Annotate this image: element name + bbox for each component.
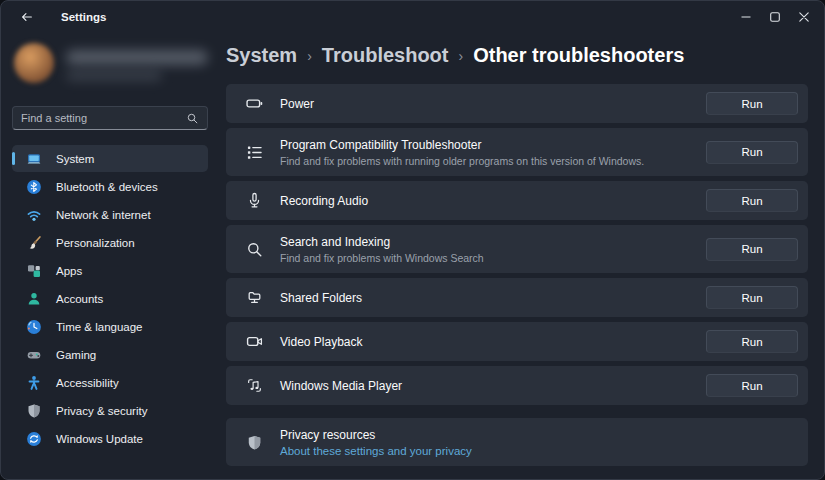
troubleshooter-row-power: Power Run	[226, 84, 808, 123]
apps-icon	[26, 263, 42, 279]
troubleshooter-title: Search and Indexing	[280, 235, 484, 249]
sidebar-item-accessibility[interactable]: Accessibility	[12, 369, 208, 396]
time-icon	[26, 319, 42, 335]
privacy-resources-title: Privacy resources	[280, 428, 472, 442]
sidebar-item-label: Gaming	[56, 349, 96, 361]
sidebar-item-label: System	[56, 153, 94, 165]
privacy-icon	[26, 403, 42, 419]
search-input[interactable]	[21, 112, 186, 124]
user-profile	[12, 39, 208, 97]
run-button[interactable]: Run	[706, 238, 798, 261]
main-content: System›Troubleshoot›Other troubleshooter…	[226, 33, 808, 471]
sidebar-item-time-language[interactable]: Time & language	[12, 313, 208, 340]
sidebar-nav: System Bluetooth & devices Network & int…	[12, 145, 208, 452]
shield-icon	[243, 434, 265, 451]
close-icon	[799, 12, 809, 22]
accounts-icon	[26, 291, 42, 307]
sidebar: System Bluetooth & devices Network & int…	[1, 33, 219, 479]
search-icon	[186, 112, 199, 125]
troubleshooter-row-shared-folders: Shared Folders Run	[226, 278, 808, 317]
avatar	[14, 43, 54, 83]
personalization-icon	[26, 235, 42, 251]
breadcrumb: System›Troubleshoot›Other troubleshooter…	[226, 40, 808, 70]
troubleshooter-title: Shared Folders	[280, 291, 362, 305]
titlebar: Settings	[1, 1, 824, 33]
troubleshooter-list: Power Run Program Compatibility Troubles…	[226, 84, 808, 405]
run-button[interactable]: Run	[706, 92, 798, 115]
minimize-button[interactable]	[731, 2, 760, 32]
shared-folders-icon	[243, 289, 265, 306]
sidebar-item-network-internet[interactable]: Network & internet	[12, 201, 208, 228]
sidebar-item-system[interactable]: System	[12, 145, 208, 172]
back-button[interactable]	[9, 3, 45, 31]
search-box[interactable]	[12, 106, 208, 130]
troubleshooter-subtitle: Find and fix problems with running older…	[280, 155, 644, 167]
sidebar-item-label: Bluetooth & devices	[56, 181, 158, 193]
run-button[interactable]: Run	[706, 330, 798, 353]
run-button[interactable]: Run	[706, 374, 798, 397]
minimize-icon	[741, 12, 751, 22]
back-arrow-icon	[20, 10, 34, 24]
sidebar-item-label: Time & language	[56, 321, 143, 333]
breadcrumb-chevron-icon: ›	[307, 48, 312, 64]
window-title: Settings	[61, 11, 106, 23]
update-icon	[26, 431, 42, 447]
breadcrumb-system[interactable]: System	[226, 44, 297, 67]
troubleshooter-row-video-playback: Video Playback Run	[226, 322, 808, 361]
maximize-button[interactable]	[760, 2, 789, 32]
troubleshooter-row-recording-audio: Recording Audio Run	[226, 181, 808, 220]
settings-window: Settings System Bluetooth & devices Netw…	[0, 0, 825, 480]
sidebar-item-label: Privacy & security	[56, 405, 147, 417]
sidebar-item-apps[interactable]: Apps	[12, 257, 208, 284]
troubleshooter-title: Power	[280, 97, 314, 111]
sidebar-item-gaming[interactable]: Gaming	[12, 341, 208, 368]
user-name-redacted	[66, 50, 208, 65]
accessibility-icon	[26, 375, 42, 391]
breadcrumb-chevron-icon: ›	[459, 48, 464, 64]
privacy-link[interactable]: About these settings and your privacy	[280, 445, 472, 457]
troubleshooter-title: Program Compatibility Troubleshooter	[280, 138, 644, 152]
privacy-resources-card: Privacy resources About these settings a…	[226, 418, 808, 466]
run-button[interactable]: Run	[706, 141, 798, 164]
sidebar-item-label: Apps	[56, 265, 82, 277]
troubleshooter-row-search-and-indexing: Search and Indexing Find and fix problem…	[226, 225, 808, 273]
system-icon	[26, 151, 42, 167]
sidebar-item-windows-update[interactable]: Windows Update	[12, 425, 208, 452]
video-camera-icon	[243, 333, 265, 350]
close-button[interactable]	[789, 2, 818, 32]
network-icon	[26, 207, 42, 223]
sidebar-item-label: Personalization	[56, 237, 135, 249]
troubleshooter-row-windows-media-player: Windows Media Player Run	[226, 366, 808, 405]
troubleshooter-row-program-compatibility-troubleshooter: Program Compatibility Troubleshooter Fin…	[226, 128, 808, 176]
sidebar-item-label: Windows Update	[56, 433, 143, 445]
breadcrumb-other-troubleshooters: Other troubleshooters	[473, 44, 684, 67]
gaming-icon	[26, 347, 42, 363]
media-player-icon	[243, 377, 265, 394]
sidebar-item-bluetooth-devices[interactable]: Bluetooth & devices	[12, 173, 208, 200]
sidebar-item-personalization[interactable]: Personalization	[12, 229, 208, 256]
magnifier-icon	[243, 241, 265, 258]
breadcrumb-troubleshoot[interactable]: Troubleshoot	[322, 44, 449, 67]
troubleshooter-title: Video Playback	[280, 335, 363, 349]
maximize-icon	[770, 12, 780, 22]
microphone-icon	[243, 192, 265, 209]
troubleshooter-title: Windows Media Player	[280, 379, 402, 393]
sidebar-item-label: Accessibility	[56, 377, 119, 389]
run-button[interactable]: Run	[706, 286, 798, 309]
troubleshooter-subtitle: Find and fix problems with Windows Searc…	[280, 252, 484, 264]
sidebar-item-label: Accounts	[56, 293, 103, 305]
sidebar-item-privacy-security[interactable]: Privacy & security	[12, 397, 208, 424]
compat-list-icon	[243, 144, 265, 161]
sidebar-item-label: Network & internet	[56, 209, 151, 221]
user-email-redacted	[66, 70, 162, 81]
window-controls	[731, 2, 818, 32]
bluetooth-icon	[26, 179, 42, 195]
troubleshooter-title: Recording Audio	[280, 194, 368, 208]
sidebar-item-accounts[interactable]: Accounts	[12, 285, 208, 312]
run-button[interactable]: Run	[706, 189, 798, 212]
battery-icon	[243, 95, 265, 112]
